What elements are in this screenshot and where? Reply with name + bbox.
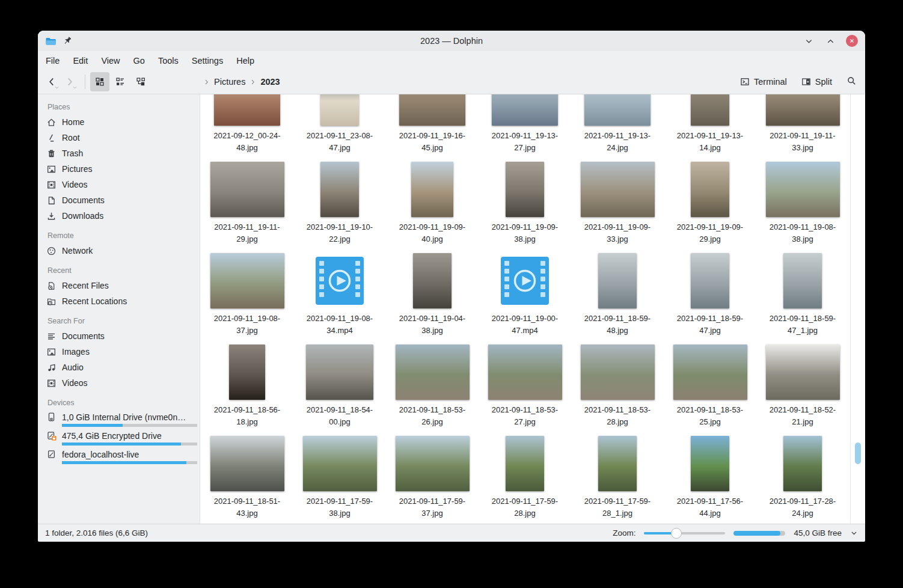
file-item[interactable]: 2021-09-11_19-13-24.jpg	[571, 94, 664, 162]
file-name: 2021-09-11_18-53-28.jpg	[584, 404, 650, 428]
file-item[interactable]: 2021-09-11_18-53-27.jpg	[479, 345, 571, 436]
close-button[interactable]	[846, 35, 858, 47]
menu-go[interactable]: Go	[127, 56, 152, 66]
file-item[interactable]: 2021-09-11_17-59-37.jpg	[386, 436, 479, 524]
file-item[interactable]: 2021-09-11_19-08-38.jpg	[756, 162, 849, 253]
file-item[interactable]: 2021-09-11_17-28-24.jpg	[756, 436, 849, 524]
menu-help[interactable]: Help	[230, 56, 261, 66]
sidebar-item-475-4-gib-encrypted-drive[interactable]: 475,4 GiB Encrypted Drive	[46, 429, 197, 447]
breadcrumb-item-2023[interactable]: 2023	[260, 77, 280, 87]
file-item[interactable]: 2021-09-11_17-59-28.jpg	[479, 436, 571, 524]
menu-tools[interactable]: Tools	[152, 56, 185, 66]
scrollbar-handle[interactable]	[855, 443, 861, 464]
sidebar-item-videos[interactable]: Videos	[46, 177, 197, 192]
video-thumbnail	[500, 256, 549, 305]
details-view-button[interactable]	[131, 72, 150, 91]
sidebar-item-recent-locations[interactable]: Recent Locations	[46, 293, 197, 309]
back-button[interactable]	[44, 73, 60, 90]
file-item[interactable]: 2021-09-11_18-54-00.jpg	[293, 345, 386, 436]
sidebar-item-home[interactable]: Home	[46, 114, 197, 130]
sidebar-item-images[interactable]: Images	[46, 344, 197, 360]
menu-settings[interactable]: Settings	[185, 56, 230, 66]
split-button[interactable]: Split	[801, 77, 832, 87]
back-dropdown-icon[interactable]	[54, 85, 60, 90]
file-item[interactable]: 2021-09-11_17-56-44.jpg	[664, 436, 756, 524]
file-item[interactable]: 2021-09-11_19-09-40.jpg	[386, 162, 479, 253]
icons-view-button[interactable]	[90, 72, 109, 91]
titlebar[interactable]: 2023 — Dolphin	[38, 31, 865, 51]
file-name: 2021-09-11_19-04-38.jpg	[399, 313, 465, 337]
menu-view[interactable]: View	[94, 56, 126, 66]
file-item[interactable]: 2021-09-12_00-24-48.jpg	[201, 94, 293, 162]
file-name: 2021-09-11_19-11-33.jpg	[770, 130, 835, 154]
sidebar-item-videos[interactable]: Videos	[46, 375, 197, 391]
image-thumbnail	[411, 162, 453, 217]
file-item[interactable]: 2021-09-11_23-08-47.jpg	[293, 94, 386, 162]
image-thumbnail	[691, 162, 729, 217]
terminal-button[interactable]: Terminal	[740, 77, 787, 87]
file-item[interactable]: 2021-09-11_19-09-38.jpg	[479, 162, 571, 253]
file-item[interactable]: 2021-09-11_19-08-34.mp4	[293, 253, 386, 345]
file-item[interactable]: 2021-09-11_19-09-33.jpg	[571, 162, 664, 253]
sidebar-item-downloads[interactable]: Downloads	[46, 208, 197, 224]
sidebar-item-pictures[interactable]: Pictures	[46, 161, 197, 177]
sidebar-item-label: Documents	[62, 195, 105, 205]
sidebar-item-documents[interactable]: Documents	[46, 328, 197, 344]
file-item[interactable]: 2021-09-11_18-56-18.jpg	[201, 345, 293, 436]
sidebar-item-trash[interactable]: Trash	[46, 145, 197, 161]
sidebar-item-root[interactable]: Root	[46, 130, 197, 145]
file-item[interactable]: 2021-09-11_18-53-28.jpg	[571, 345, 664, 436]
sidebar-item-label: Images	[62, 347, 90, 357]
menu-edit[interactable]: Edit	[66, 56, 94, 66]
free-space-bar	[733, 531, 785, 536]
file-item[interactable]: 2021-09-11_18-52-21.jpg	[756, 345, 849, 436]
file-item[interactable]: 2021-09-11_17-59-38.jpg	[293, 436, 386, 524]
file-item[interactable]: 2021-09-11_19-16-45.jpg	[386, 94, 479, 162]
file-item[interactable]: 2021-09-11_18-53-26.jpg	[386, 345, 479, 436]
file-item[interactable]: 2021-09-11_18-53-25.jpg	[664, 345, 756, 436]
file-item[interactable]: 2021-09-11_19-13-14.jpg	[664, 94, 756, 162]
file-item[interactable]: 2021-09-11_19-00-47.mp4	[479, 253, 571, 345]
forward-button[interactable]	[62, 73, 78, 90]
pin-icon[interactable]	[63, 36, 72, 46]
file-item[interactable]: 2021-09-11_17-59-28_1.jpg	[571, 436, 664, 524]
vertical-scrollbar[interactable]	[850, 94, 865, 524]
forward-dropdown-icon[interactable]	[72, 85, 78, 90]
sidebar-item-audio[interactable]: Audio	[46, 360, 197, 375]
maximize-button[interactable]	[824, 35, 836, 47]
trash-icon	[46, 149, 57, 159]
zoom-slider-handle[interactable]	[671, 528, 682, 539]
file-item[interactable]: 2021-09-11_19-09-29.jpg	[664, 162, 756, 253]
file-item[interactable]: 2021-09-11_18-59-47_1.jpg	[756, 253, 849, 345]
sidebar-section-places: Places	[47, 103, 197, 111]
file-item[interactable]: 2021-09-11_18-59-47.jpg	[664, 253, 756, 345]
sidebar-item-network[interactable]: Network	[46, 243, 197, 259]
file-name: 2021-09-11_19-00-47.mp4	[492, 313, 558, 337]
file-row: 2021-09-11_19-08-37.jpg 2021-09-11_19-08…	[201, 253, 865, 345]
sidebar-item-documents[interactable]: Documents	[46, 192, 197, 208]
file-item[interactable]: 2021-09-11_19-10-22.jpg	[293, 162, 386, 253]
compact-view-button[interactable]	[111, 72, 130, 91]
minimize-button[interactable]	[803, 35, 815, 47]
file-name: 2021-09-11_19-09-29.jpg	[677, 221, 743, 245]
folder-view[interactable]: 2021-09-12_00-24-48.jpg 2021-09-11_23-08…	[200, 94, 865, 524]
file-item[interactable]: 2021-09-11_19-11-33.jpg	[756, 94, 849, 162]
folder-summary: 1 folder, 2.016 files (6,6 GiB)	[45, 528, 148, 537]
sidebar-item-1-0-gib-internal-drive-nvme0n[interactable]: 1,0 GiB Internal Drive (nvme0n…	[46, 410, 197, 429]
search-button[interactable]	[846, 76, 857, 88]
breadcrumb-item-pictures[interactable]: Pictures	[214, 77, 245, 87]
file-item[interactable]: 2021-09-11_18-51-43.jpg	[201, 436, 293, 524]
sidebar-item-fedora-localhost-live[interactable]: fedora_localhost-live	[46, 447, 197, 466]
file-item[interactable]: 2021-09-11_19-08-37.jpg	[201, 253, 293, 345]
menu-file[interactable]: File	[39, 56, 66, 66]
sidebar-item-recent-files[interactable]: Recent Files	[46, 278, 197, 293]
file-item[interactable]: 2021-09-11_19-11-29.jpg	[201, 162, 293, 253]
file-item[interactable]: 2021-09-11_19-04-38.jpg	[386, 253, 479, 345]
file-item[interactable]: 2021-09-11_18-59-48.jpg	[571, 253, 664, 345]
device-usage-bar	[62, 424, 197, 427]
image-thumbnail	[581, 345, 655, 400]
zoom-slider[interactable]	[644, 528, 725, 539]
free-space-dropdown-icon[interactable]	[850, 529, 858, 537]
file-name: 2021-09-11_17-56-44.jpg	[677, 495, 743, 519]
file-item[interactable]: 2021-09-11_19-13-27.jpg	[479, 94, 571, 162]
